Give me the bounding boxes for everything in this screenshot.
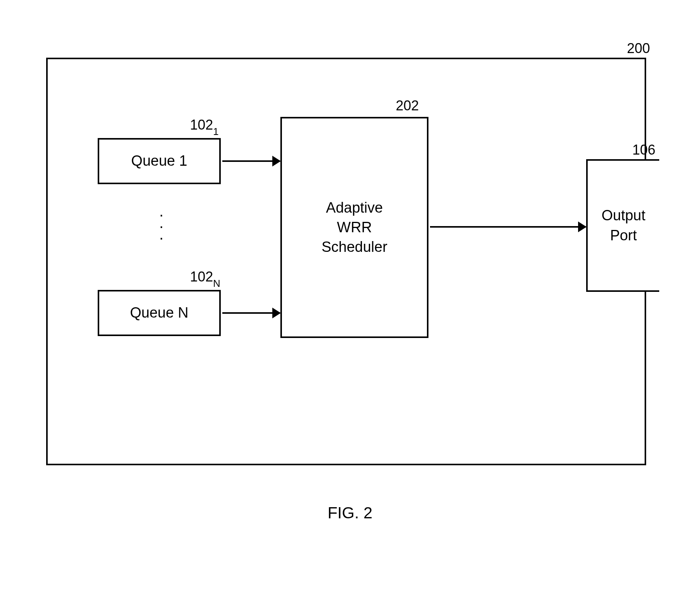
output-port-ref: 106 (632, 142, 655, 158)
scheduler-block: Adaptive WRR Scheduler (280, 117, 428, 338)
queue-n-ref-prefix: 102 (190, 269, 213, 285)
scheduler-ref: 202 (396, 98, 419, 114)
queue-1-label: Queue 1 (131, 151, 187, 171)
queue-n-ref-sub: N (213, 278, 220, 289)
queue-1-block: Queue 1 (98, 138, 221, 184)
system-boundary: 1021 102N 202 106 Queue 1 ... Queue N Ad… (46, 58, 646, 465)
figure-number-label: 200 (627, 40, 650, 57)
queue-n-ref: 102N (190, 269, 220, 287)
queue-n-label: Queue N (130, 303, 188, 323)
output-port-block: Output Port (586, 159, 659, 292)
ellipsis-icon: ... (159, 205, 163, 240)
output-port-label: Output Port (602, 206, 645, 245)
queue-1-ref-prefix: 102 (190, 117, 213, 133)
queue-n-block: Queue N (98, 290, 221, 336)
queue-1-ref: 1021 (190, 117, 219, 135)
figure-caption: FIG. 2 (328, 504, 373, 522)
arrow-scheduler-to-output (430, 226, 586, 228)
queue-1-ref-sub: 1 (213, 126, 218, 137)
scheduler-label: Adaptive WRR Scheduler (322, 198, 387, 257)
arrow-queue1-to-scheduler (222, 160, 280, 162)
arrow-queuen-to-scheduler (222, 312, 280, 314)
